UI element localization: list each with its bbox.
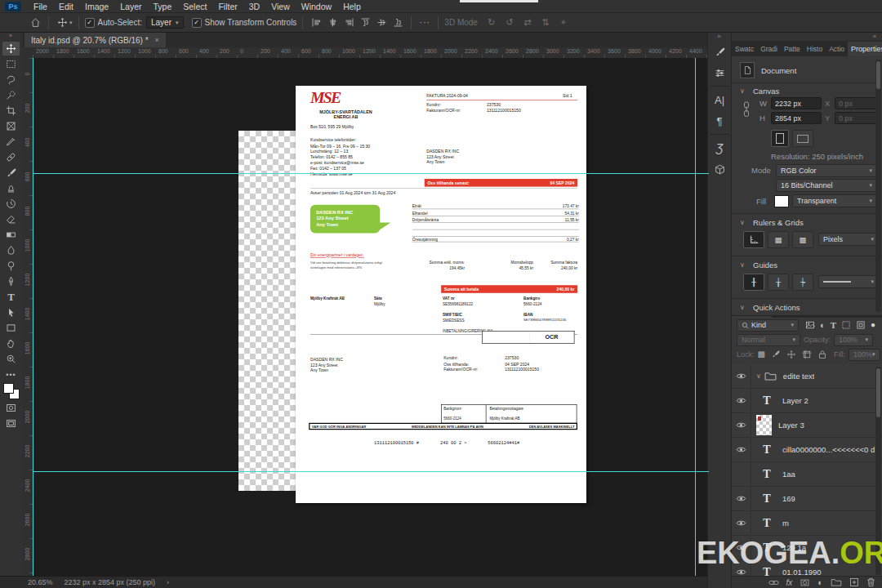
menu-item-filter[interactable]: Filter (212, 2, 243, 11)
landscape-orientation-button[interactable] (792, 130, 813, 147)
visibility-toggle[interactable] (732, 462, 751, 486)
properties-scrollbar[interactable] (875, 60, 881, 312)
menu-item-help[interactable]: Help (337, 2, 367, 11)
guide-style-dropdown[interactable]: ▾ (818, 275, 879, 288)
filter-toggle-icon[interactable]: ● (871, 320, 875, 330)
move-tool[interactable] (0, 41, 22, 56)
toggle-rulers-icon[interactable] (743, 231, 764, 248)
lock-position-icon[interactable] (786, 350, 796, 359)
collapse-rulers-icon[interactable]: ∨ (740, 219, 745, 226)
visibility-toggle[interactable] (732, 511, 751, 535)
guide-vertical-right[interactable] (695, 58, 696, 576)
ruler-units-dropdown[interactable]: Pixels▾ (818, 233, 879, 246)
dodge-tool[interactable] (0, 258, 22, 274)
smart-object-filter-icon[interactable] (856, 320, 866, 330)
layer-row[interactable]: Tcilla0000000...<<<<<<<0 d (732, 438, 882, 462)
screen-mode-icon[interactable] (0, 416, 22, 431)
quick-select-tool[interactable] (0, 87, 22, 103)
visibility-toggle[interactable] (732, 389, 751, 412)
show-transform-checkbox[interactable]: ✓ (192, 18, 202, 28)
home-icon[interactable] (28, 16, 42, 29)
visibility-toggle[interactable] (732, 438, 751, 461)
scrollbar-thumb[interactable] (876, 368, 880, 417)
bit-depth-dropdown[interactable]: 16 Bits/Channel▾ (776, 179, 877, 192)
menu-item-window[interactable]: Window (296, 2, 337, 11)
more-tools[interactable]: ••• (0, 367, 22, 382)
lock-all-icon[interactable] (817, 350, 827, 359)
align-left-icon[interactable] (309, 16, 323, 29)
zoom-tool[interactable] (0, 351, 22, 367)
color-mode-dropdown[interactable]: RGB Color▾ (776, 164, 877, 177)
new-layer-icon[interactable] (849, 577, 859, 587)
layer-row[interactable]: ∨edite text (732, 364, 882, 389)
lock-pixels-icon[interactable] (771, 350, 781, 359)
canvas-viewport[interactable]: MSE MJÖLBY-SVARTÅDALEN ENERGI AB Box 510… (33, 58, 709, 576)
delete-layer-icon[interactable] (866, 577, 875, 587)
tab-swatc[interactable]: Swatc (732, 42, 757, 56)
horizontal-ruler[interactable]: 2000180016001400120010008006004002000200… (33, 47, 709, 59)
opacity-dropdown[interactable]: 100%▾ (834, 334, 873, 346)
tab-gradi[interactable]: Gradi (757, 42, 781, 56)
blur-tool[interactable] (0, 243, 22, 258)
collapse-dock-icon[interactable]: » (732, 33, 882, 42)
glyphs-panel-icon[interactable]: Ʒ (708, 137, 731, 158)
lasso-tool[interactable] (0, 72, 22, 87)
eraser-tool[interactable] (0, 212, 22, 227)
layer-row[interactable]: Layer 3 (732, 413, 882, 438)
brush-tool[interactable] (0, 165, 22, 180)
x-field[interactable]: 0 px (835, 97, 879, 109)
align-center-h-icon[interactable] (325, 16, 340, 29)
chevron-down-icon[interactable]: ▾ (69, 20, 73, 26)
tool-presets-icon[interactable] (708, 62, 731, 83)
close-icon[interactable]: × (155, 36, 159, 44)
tab-properties[interactable]: Properties (848, 42, 882, 56)
layer-row[interactable]: Tm (732, 511, 882, 536)
pen-tool[interactable] (0, 274, 22, 289)
more-options-icon[interactable]: ··· (417, 16, 432, 29)
move-tool-option-icon[interactable] (55, 16, 69, 29)
toggle-pixel-grid-icon[interactable]: ▩ (792, 231, 813, 248)
guide-vertical-left[interactable] (33, 58, 33, 576)
adjustment-layer-icon[interactable]: ◐ (817, 577, 823, 587)
link-dimensions-icon[interactable] (743, 101, 750, 118)
guide-horizontal-top[interactable] (33, 173, 709, 174)
status-chevron-icon[interactable]: › (167, 578, 169, 586)
link-layers-icon[interactable] (768, 579, 779, 586)
blend-mode-dropdown[interactable]: Normal▾ (737, 334, 800, 346)
threeD-panel-icon[interactable] (708, 158, 731, 180)
character-panel-icon[interactable]: A| (708, 89, 731, 110)
gradient-tool[interactable] (0, 227, 22, 243)
ruler-corner[interactable] (22, 47, 33, 59)
align-top-icon[interactable] (358, 16, 372, 29)
fill-swatch[interactable] (774, 195, 789, 207)
scrollbar-thumb[interactable] (876, 61, 880, 89)
roll-3d-icon[interactable]: ↺ (502, 16, 517, 29)
healing-tool[interactable] (0, 149, 22, 165)
collapse-quick-actions-icon[interactable]: ∨ (740, 304, 745, 311)
layer-mask-icon[interactable] (800, 578, 810, 587)
collapse-canvas-icon[interactable]: ∨ (740, 87, 745, 95)
frame-tool[interactable] (0, 118, 22, 134)
vertical-ruler[interactable]: 0200400600800100012001400160018002000220… (22, 58, 33, 576)
align-middle-icon[interactable] (374, 16, 389, 29)
visibility-toggle[interactable] (732, 487, 751, 510)
fill-dropdown-layers[interactable]: 100%▾ (849, 349, 880, 361)
collapse-guides-icon[interactable]: ∨ (740, 261, 745, 269)
width-field[interactable]: 2232 px (771, 97, 822, 109)
crop-tool[interactable] (0, 103, 22, 118)
history-brush-tool[interactable] (0, 196, 22, 212)
height-field[interactable]: 2854 px (771, 112, 822, 124)
rectangle-tool[interactable] (0, 320, 22, 336)
toggle-grid-icon[interactable]: ▦ (768, 231, 789, 248)
shape-filter-icon[interactable] (841, 320, 851, 330)
clear-guides-icon[interactable]: ┾ (792, 274, 813, 291)
menu-item-edit[interactable]: Edit (53, 2, 79, 11)
clone-stamp-tool[interactable] (0, 180, 22, 196)
menu-item-image[interactable]: Image (79, 2, 114, 11)
menu-item-3d[interactable]: 3D (243, 2, 265, 11)
document-tab[interactable]: Italy id.psd @ 20.7% (RGB/16) * × (24, 33, 166, 47)
lock-artboard-icon[interactable] (802, 350, 812, 359)
type-tool[interactable]: T (0, 289, 22, 305)
align-right-icon[interactable] (341, 16, 356, 29)
brush-settings-icon[interactable] (708, 41, 731, 62)
